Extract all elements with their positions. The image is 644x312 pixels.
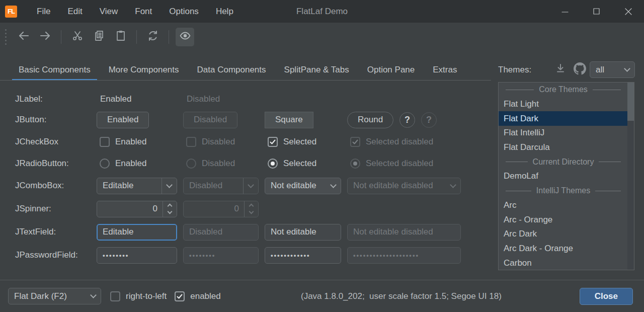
spinner-down-button[interactable] bbox=[249, 209, 254, 214]
spinner-up-button[interactable] bbox=[168, 204, 173, 209]
themes-scrollbar-thumb[interactable] bbox=[627, 83, 634, 121]
themes-scrollbar-track[interactable] bbox=[627, 83, 634, 270]
button-square[interactable]: Square bbox=[265, 112, 313, 128]
grid-cell: Square bbox=[265, 109, 347, 131]
spinner[interactable]: 0 bbox=[97, 201, 177, 217]
help-button[interactable]: ? bbox=[399, 112, 415, 128]
radiobutton-selected[interactable]: Selected bbox=[268, 159, 316, 169]
forward-button[interactable] bbox=[36, 28, 54, 46]
radiobutton-disabled[interactable]: Disabled bbox=[186, 159, 235, 169]
checkbox-selected-disabled[interactable]: Selected disabled bbox=[350, 137, 433, 147]
checkbox-disabled[interactable]: Disabled bbox=[186, 137, 235, 147]
grid-cell: Round?? bbox=[347, 109, 544, 131]
show-hint-toggle-button[interactable] bbox=[176, 28, 194, 46]
tab-splitpane-tabs[interactable]: SplitPane & Tabs bbox=[278, 59, 356, 81]
textfield-not-editable[interactable]: Not editable bbox=[265, 224, 341, 241]
combobox-not-editable-disabled[interactable]: Not editable disabled bbox=[347, 178, 461, 194]
themes-filter-combobox[interactable]: all bbox=[590, 61, 635, 78]
menu-font[interactable]: Font bbox=[126, 0, 160, 23]
combobox-editable[interactable]: Editable bbox=[97, 178, 177, 194]
menu-options[interactable]: Options bbox=[160, 0, 207, 23]
enabled-checkbox[interactable]: enabled bbox=[175, 291, 221, 301]
tab-extras[interactable]: Extras bbox=[426, 59, 463, 81]
close-button[interactable]: Close bbox=[580, 288, 633, 305]
copy-button[interactable] bbox=[90, 28, 108, 46]
tab-data-components[interactable]: Data Components bbox=[191, 59, 273, 81]
checkbox-box bbox=[100, 137, 110, 147]
textfield-editable[interactable]: Editable bbox=[97, 224, 177, 241]
button-enabled[interactable]: Enabled bbox=[97, 112, 149, 128]
tab-option-pane[interactable]: Option Pane bbox=[361, 59, 422, 81]
combobox-value: Editable bbox=[97, 181, 162, 191]
close-window-button[interactable] bbox=[612, 0, 644, 23]
cut-icon bbox=[71, 30, 84, 44]
tab-more-components[interactable]: More Components bbox=[102, 59, 186, 81]
status-text: (Java 1.8.0_202; user scale factor 1.5; … bbox=[301, 291, 502, 301]
row-label-jpasswordfield: JPasswordField: bbox=[15, 250, 97, 260]
menu-help[interactable]: Help bbox=[207, 0, 242, 23]
github-icon bbox=[574, 62, 586, 77]
combobox-disabled[interactable]: Disabled bbox=[183, 178, 259, 194]
combobox-arrow bbox=[445, 178, 460, 194]
maximize-button[interactable] bbox=[581, 0, 612, 23]
radiobutton-selected-disabled[interactable]: Selected disabled bbox=[350, 159, 433, 169]
menu-view[interactable]: View bbox=[91, 0, 127, 23]
back-button[interactable] bbox=[14, 28, 33, 46]
button-disabled[interactable]: Disabled bbox=[183, 112, 237, 128]
toolbar-grip[interactable] bbox=[5, 29, 7, 45]
row-label-jradiobutton: JRadioButton: bbox=[15, 159, 97, 169]
row-label-jlabel: JLabel: bbox=[15, 94, 97, 104]
tabbar-underline bbox=[0, 80, 491, 81]
forward-icon bbox=[39, 30, 51, 44]
grid-cell: Enabled bbox=[97, 153, 183, 174]
checkbox-selected[interactable]: Selected bbox=[268, 137, 316, 147]
grid-cell: Selected bbox=[265, 131, 347, 153]
password-field[interactable]: •••••••• bbox=[183, 247, 259, 264]
radio-label: Selected disabled bbox=[366, 159, 433, 169]
menu-file[interactable]: File bbox=[28, 0, 59, 23]
copy-icon bbox=[93, 30, 105, 44]
password-field[interactable]: •••••••• bbox=[97, 247, 177, 264]
tab-basic-components[interactable]: Basic Components bbox=[12, 59, 97, 81]
minimize-button[interactable] bbox=[549, 0, 581, 23]
refresh-button[interactable] bbox=[143, 28, 162, 46]
grid-cell: •••••••• bbox=[183, 244, 265, 267]
lookandfeel-combobox[interactable]: Flat Dark (F2) bbox=[8, 288, 101, 304]
checkbox-enabled[interactable]: Enabled bbox=[100, 137, 146, 147]
spinner-down-button[interactable] bbox=[168, 209, 173, 214]
radio-label: Selected bbox=[283, 159, 316, 169]
themes-header: Themes: all bbox=[498, 62, 635, 77]
password-field[interactable]: •••••••••••• bbox=[265, 247, 341, 264]
radio-dot bbox=[271, 162, 275, 166]
radiobutton-enabled[interactable]: Enabled bbox=[100, 159, 146, 169]
combobox-not-editable[interactable]: Not editable bbox=[265, 178, 341, 194]
grid-cell: Not editable bbox=[265, 220, 347, 244]
spinner[interactable]: 0 bbox=[183, 201, 259, 217]
static-label: Disabled bbox=[183, 94, 220, 104]
textfield-not-editable-disabled[interactable]: Not editable disabled bbox=[347, 224, 461, 241]
checkbox-box bbox=[268, 137, 278, 147]
grid-cell: Not editable disabled bbox=[347, 174, 544, 197]
menu-edit[interactable]: Edit bbox=[59, 0, 91, 23]
github-button[interactable] bbox=[572, 62, 588, 77]
menubar: FileEditViewFontOptionsHelp bbox=[28, 0, 242, 23]
tabbar: Basic ComponentsMore ComponentsData Comp… bbox=[12, 59, 468, 81]
checkbox-box bbox=[110, 291, 120, 301]
right-to-left-checkbox[interactable]: right-to-left bbox=[110, 291, 167, 301]
password-field[interactable]: •••••••••••••••••••• bbox=[347, 247, 461, 264]
download-theme-button[interactable] bbox=[552, 62, 569, 77]
lookandfeel-value: Flat Dark (F2) bbox=[9, 291, 86, 301]
grid-cell: 0 bbox=[97, 197, 183, 220]
paste-button[interactable] bbox=[111, 28, 130, 46]
checkbox-box bbox=[175, 291, 185, 301]
spinner-buttons bbox=[244, 201, 258, 217]
spinner-up-button[interactable] bbox=[249, 204, 254, 209]
textfield-disabled[interactable]: Disabled bbox=[183, 224, 259, 241]
grid-cell: Enabled bbox=[97, 90, 183, 109]
checkbox-label: Enabled bbox=[115, 137, 146, 147]
cut-button[interactable] bbox=[68, 28, 87, 46]
help-button[interactable]: ? bbox=[421, 112, 437, 128]
button-round[interactable]: Round bbox=[347, 112, 393, 128]
grid-cell: Enabled bbox=[97, 109, 183, 131]
radio-circle bbox=[350, 159, 360, 169]
